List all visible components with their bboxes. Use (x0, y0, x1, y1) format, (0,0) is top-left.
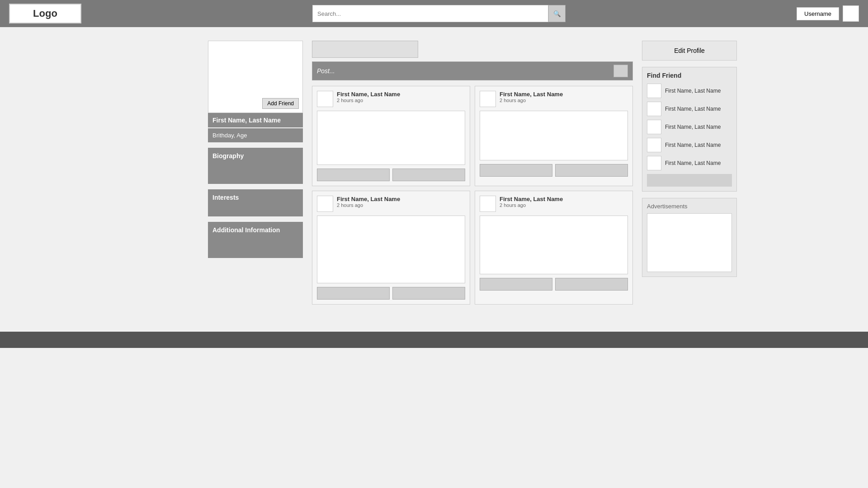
right-sidebar: Edit Profile Find Friend First Name, Las… (642, 41, 737, 305)
friend-avatar (647, 120, 661, 134)
footer (0, 332, 868, 348)
post-placeholder: Post... (317, 67, 610, 75)
post-time: 2 hours ago (337, 98, 400, 103)
post-header: First Name, Last Name 2 hours ago (317, 91, 465, 107)
post-author: First Name, Last Name (500, 196, 563, 202)
friend-name: First Name, Last Name (665, 124, 721, 130)
main-content: Add Friend First Name, Last Name Brithda… (118, 27, 750, 318)
post-card: First Name, Last Name 2 hours ago (475, 191, 633, 305)
search-area: 🔍 (312, 5, 566, 22)
friend-item: First Name, Last Name (647, 84, 732, 98)
biography-section: Biography (208, 148, 303, 184)
post-author: First Name, Last Name (500, 91, 563, 98)
friend-name: First Name, Last Name (665, 106, 721, 112)
biography-label: Biography (212, 152, 244, 160)
post-avatar (317, 196, 333, 212)
post-avatar (480, 91, 496, 107)
post-comment-btn[interactable] (555, 164, 628, 177)
find-friend-footer (647, 174, 732, 187)
friend-avatar (647, 102, 661, 116)
search-button[interactable]: 🔍 (548, 5, 566, 22)
search-icon: 🔍 (553, 10, 561, 17)
post-header: First Name, Last Name 2 hours ago (480, 196, 628, 212)
center-feed: Post... First Name, Last Name 2 hours ag… (312, 41, 633, 305)
post-avatar (317, 91, 333, 107)
friend-item: First Name, Last Name (647, 102, 732, 116)
post-name-input[interactable] (312, 41, 418, 58)
username-button[interactable]: Username (797, 7, 839, 20)
friend-name: First Name, Last Name (665, 142, 721, 148)
post-author: First Name, Last Name (337, 196, 400, 202)
username-label: Username (804, 10, 831, 17)
logo-text: Logo (33, 8, 57, 19)
post-like-btn[interactable] (317, 169, 390, 181)
post-comment-btn[interactable] (392, 169, 465, 181)
post-time: 2 hours ago (500, 98, 563, 103)
post-comment-btn[interactable] (555, 278, 628, 291)
nav-right: Username (797, 5, 859, 22)
profile-name: First Name, Last Name (208, 113, 303, 127)
interests-section: Interests (208, 189, 303, 216)
left-sidebar: Add Friend First Name, Last Name Brithda… (208, 41, 303, 305)
find-friend-box: Find Friend First Name, Last Name First … (642, 67, 737, 192)
post-bar: Post... (312, 61, 633, 80)
interests-label: Interests (212, 194, 239, 201)
friend-item: First Name, Last Name (647, 156, 732, 170)
post-card: First Name, Last Name 2 hours ago (475, 86, 633, 186)
edit-profile-label: Edit Profile (674, 47, 705, 54)
post-comment-btn[interactable] (392, 287, 465, 300)
post-meta: First Name, Last Name 2 hours ago (500, 91, 563, 103)
logo: Logo (9, 4, 81, 23)
search-input[interactable] (312, 5, 548, 22)
post-like-btn[interactable] (480, 278, 552, 291)
posts-grid: First Name, Last Name 2 hours ago First … (312, 86, 633, 305)
post-header: First Name, Last Name 2 hours ago (480, 91, 628, 107)
post-image (480, 111, 628, 160)
friend-name: First Name, Last Name (665, 160, 721, 166)
ads-box: Advertisements (642, 198, 737, 277)
post-author: First Name, Last Name (337, 91, 400, 98)
edit-profile-button[interactable]: Edit Profile (642, 41, 737, 61)
post-actions (317, 287, 465, 300)
post-card: First Name, Last Name 2 hours ago (312, 191, 470, 305)
post-meta: First Name, Last Name 2 hours ago (337, 196, 400, 208)
friend-item: First Name, Last Name (647, 138, 732, 152)
friend-avatar (647, 138, 661, 152)
friend-avatar (647, 156, 661, 170)
additional-section: Additional Information (208, 222, 303, 258)
navbar: Logo 🔍 Username (0, 0, 868, 27)
additional-label: Additional Information (212, 226, 280, 234)
post-like-btn[interactable] (317, 287, 390, 300)
post-avatar (480, 196, 496, 212)
ads-title: Advertisements (647, 203, 732, 210)
post-meta: First Name, Last Name 2 hours ago (337, 91, 400, 103)
post-image (317, 111, 465, 165)
post-image (480, 216, 628, 274)
post-like-btn[interactable] (480, 164, 552, 177)
friend-item: First Name, Last Name (647, 120, 732, 134)
find-friend-title: Find Friend (647, 72, 732, 79)
post-card: First Name, Last Name 2 hours ago (312, 86, 470, 186)
friend-name: First Name, Last Name (665, 88, 721, 94)
profile-image-box: Add Friend (208, 41, 303, 113)
add-friend-label: Add Friend (267, 100, 294, 107)
add-friend-button[interactable]: Add Friend (262, 98, 299, 109)
post-actions (480, 164, 628, 177)
post-button[interactable] (613, 65, 628, 77)
post-actions (317, 169, 465, 181)
ads-content (647, 213, 732, 272)
post-image (317, 216, 465, 283)
post-time: 2 hours ago (337, 202, 400, 208)
profile-birthday: Brithday, Age (208, 128, 303, 142)
friend-avatar (647, 84, 661, 98)
post-header: First Name, Last Name 2 hours ago (317, 196, 465, 212)
post-time: 2 hours ago (500, 202, 563, 208)
nav-icon-button[interactable] (843, 5, 859, 22)
post-meta: First Name, Last Name 2 hours ago (500, 196, 563, 208)
post-actions (480, 278, 628, 291)
